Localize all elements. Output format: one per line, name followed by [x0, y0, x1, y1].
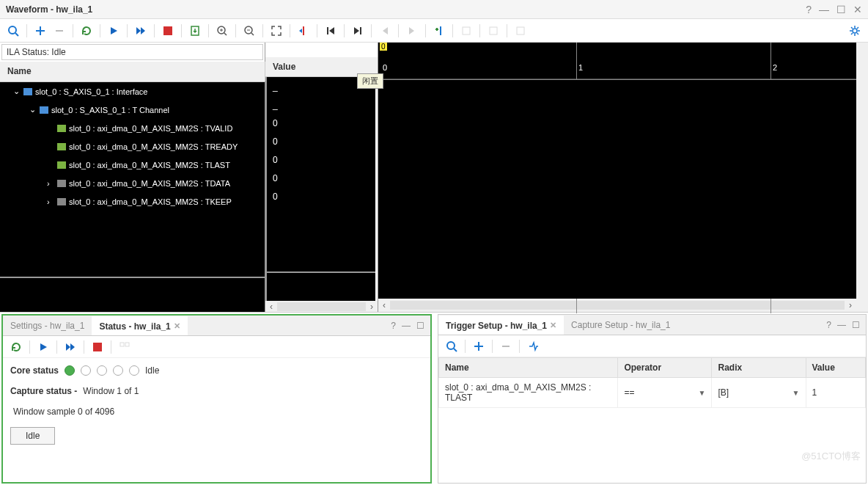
tab-settings[interactable]: Settings - hw_ila_1	[3, 317, 92, 335]
refresh-icon[interactable]	[78, 22, 95, 40]
panel-maximize-icon[interactable]: ☐	[852, 320, 860, 330]
status-refresh-icon[interactable]	[7, 338, 25, 356]
goto-cursor-icon[interactable]	[295, 22, 312, 40]
play-icon[interactable]	[105, 22, 122, 40]
th-radix[interactable]: Radix	[712, 358, 806, 378]
close-icon[interactable]: ✕	[853, 4, 862, 15]
tab-close-icon[interactable]: ✕	[174, 321, 180, 331]
status-grid-icon[interactable]	[116, 338, 133, 356]
signal-tree[interactable]: ⌄slot_0 : S_AXIS_0_1 : Interface⌄slot_0 …	[0, 82, 265, 312]
goto-end-icon[interactable]	[349, 22, 367, 40]
trigger-remove-icon[interactable]	[497, 338, 515, 355]
watermark: @51CTO博客	[801, 450, 861, 463]
signal-row[interactable]: slot_0 : axi_dma_0_M_AXIS_MM2S : TVALID	[0, 119, 265, 137]
tab-close-icon[interactable]: ✕	[550, 321, 556, 330]
trigger-mode-icon[interactable]	[524, 338, 542, 355]
panel-help-icon[interactable]: ?	[826, 320, 831, 330]
signal-row[interactable]: ›slot_0 : axi_dma_0_M_AXIS_MM2S : TKEEP	[0, 192, 265, 211]
signal-value: 0	[267, 132, 375, 150]
maximize-icon[interactable]: ☐	[836, 4, 846, 15]
zoom-fit-icon[interactable]	[268, 22, 285, 40]
chevron-down-icon[interactable]: ▼	[699, 389, 706, 397]
svg-line-1	[15, 33, 18, 36]
waveform-canvas[interactable]: 0 0 1 2 ‹›	[378, 43, 856, 312]
fast-forward-icon[interactable]	[132, 22, 150, 40]
status-dot-4	[129, 365, 139, 376]
signal-value: 0	[267, 169, 375, 187]
stop-icon[interactable]	[159, 22, 177, 40]
window-sample-text: Window sample 0 of 4096	[13, 406, 423, 417]
trigger-search-icon[interactable]	[443, 338, 460, 355]
th-operator[interactable]: Operator	[618, 358, 712, 378]
tab-capture-setup[interactable]: Capture Setup - hw_ila_1	[564, 316, 677, 334]
header-name: Name	[0, 62, 265, 81]
wave-hscroll[interactable]: ‹›	[378, 299, 856, 312]
trigger-add-icon[interactable]	[470, 338, 488, 355]
vscroll[interactable]	[856, 43, 868, 312]
left-hscroll[interactable]: ‹›	[265, 301, 378, 312]
svg-marker-7	[141, 27, 145, 34]
status-stop-icon[interactable]	[89, 338, 106, 356]
panel-minimize-icon[interactable]: —	[837, 320, 846, 330]
remove-icon[interactable]	[51, 22, 68, 40]
export-icon[interactable]	[186, 22, 204, 40]
expand-icon[interactable]: ›	[47, 179, 54, 188]
cell-radix[interactable]: [B]▼	[712, 378, 806, 408]
minimize-icon[interactable]: —	[819, 4, 829, 15]
svg-point-38	[447, 342, 455, 349]
signal-row[interactable]: ⌄slot_0 : S_AXIS_0_1 : T Channel	[0, 101, 265, 119]
signal-name: slot_0 : axi_dma_0_M_AXIS_MM2S : TLAST	[69, 161, 230, 169]
zoom-in-icon[interactable]	[213, 22, 231, 40]
signal-icon	[57, 180, 66, 187]
zoom-out-icon[interactable]	[240, 22, 258, 40]
tab-status[interactable]: Status - hw_ila_1✕	[92, 316, 187, 335]
marker-c-icon[interactable]	[512, 22, 529, 40]
svg-marker-5	[111, 27, 117, 34]
prev-edge-icon[interactable]	[376, 22, 394, 40]
ruler-marker[interactable]: 0	[380, 43, 387, 51]
help-icon[interactable]: ?	[806, 4, 812, 15]
signal-row[interactable]: slot_0 : axi_dma_0_M_AXIS_MM2S : TREADY	[0, 137, 265, 156]
signal-row[interactable]: slot_0 : axi_dma_0_M_AXIS_MM2S : TLAST	[0, 156, 265, 174]
time-ruler[interactable]: 0 0 1 2	[378, 43, 856, 79]
svg-line-39	[454, 349, 457, 351]
chevron-down-icon[interactable]: ▼	[792, 389, 800, 397]
expand-icon[interactable]: ›	[47, 197, 54, 206]
signal-row[interactable]: ⌄slot_0 : S_AXIS_0_1 : Interface	[0, 82, 265, 101]
svg-marker-18	[299, 29, 302, 33]
add-icon[interactable]	[32, 22, 49, 40]
expand-icon[interactable]: ⌄	[13, 87, 21, 96]
svg-point-0	[9, 26, 16, 34]
panel-maximize-icon[interactable]: ☐	[416, 321, 424, 331]
idle-button[interactable]: Idle	[10, 427, 55, 445]
th-name[interactable]: Name	[439, 358, 618, 378]
cell-value[interactable]: 1	[806, 378, 866, 408]
next-edge-icon[interactable]	[403, 22, 421, 40]
svg-marker-24	[409, 27, 414, 34]
cell-operator[interactable]: ==▼	[618, 378, 712, 408]
tab-trigger-setup[interactable]: Trigger Setup - hw_ila_1✕	[438, 316, 564, 335]
goto-start-icon[interactable]	[322, 22, 339, 40]
panel-minimize-icon[interactable]: —	[402, 321, 411, 331]
svg-rect-37	[125, 343, 129, 346]
panel-help-icon[interactable]: ?	[391, 321, 396, 331]
th-value[interactable]: Value	[806, 358, 866, 378]
status-ff-icon[interactable]	[62, 338, 79, 356]
marker-a-icon[interactable]	[457, 22, 475, 40]
marker-b-icon[interactable]	[485, 22, 502, 40]
capture-status-label: Capture status -	[10, 386, 77, 396]
table-row[interactable]: slot_0 : axi_dma_0_M_AXIS_MM2S : TLAST =…	[439, 378, 866, 408]
signal-row[interactable]: ›slot_0 : axi_dma_0_M_AXIS_MM2S : TDATA	[0, 174, 265, 192]
ila-status-bar: ILA Status: Idle	[1, 44, 263, 60]
settings-icon[interactable]	[846, 22, 864, 40]
add-marker-icon[interactable]	[430, 22, 448, 40]
ruler-tick-2: 2	[773, 63, 777, 72]
search-icon[interactable]	[4, 22, 22, 40]
tooltip: 闲置	[357, 73, 383, 89]
expand-icon[interactable]: ⌄	[29, 105, 37, 114]
signal-value: 0	[267, 114, 375, 132]
cell-name[interactable]: slot_0 : axi_dma_0_M_AXIS_MM2S : TLAST	[439, 378, 618, 408]
signal-icon	[57, 161, 66, 169]
status-play-icon[interactable]	[34, 338, 52, 356]
svg-rect-30	[517, 27, 524, 34]
